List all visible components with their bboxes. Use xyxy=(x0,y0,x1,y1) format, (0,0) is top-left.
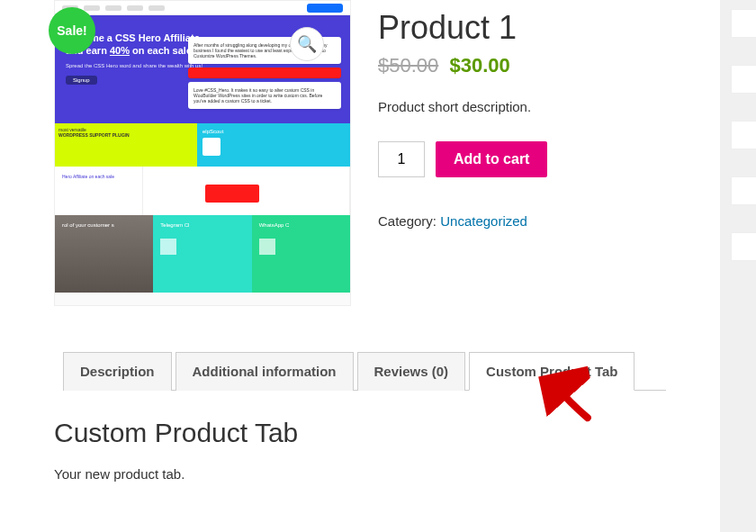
mock-yellowgreen: most versatile WORDPRESS SUPPORT PLUGIN xyxy=(55,123,197,167)
mock-row3: Hero Affiliate on each sale xyxy=(55,167,350,215)
tab-reviews[interactable]: Reviews (0) xyxy=(357,352,466,391)
mock-row4: rol of your customer s Telegram Cl Whats… xyxy=(55,215,350,293)
product-title: Product 1 xyxy=(378,9,666,47)
sale-badge: Sale! xyxy=(49,7,95,54)
category-link[interactable]: Uncategorized xyxy=(440,213,527,229)
product-summary: Product 1 $50.00 $30.00 Product short de… xyxy=(378,0,666,315)
mock-wa: WhatsApp C xyxy=(259,222,290,228)
short-description: Product short description. xyxy=(378,99,666,114)
tab-description[interactable]: Description xyxy=(63,352,172,391)
product-meta: Category: Uncategorized xyxy=(378,213,666,229)
old-price: $50.00 xyxy=(378,54,438,77)
mock-tg: Telegram Cl xyxy=(160,222,189,228)
product-row: Sale! 🔍 Become a CSS Hero Affiliate and … xyxy=(54,0,666,315)
zoom-icon[interactable]: 🔍 xyxy=(290,27,324,61)
tab-additional-information[interactable]: Additional information xyxy=(176,352,354,391)
mock-gr: rol of your customer s xyxy=(62,222,114,228)
product-image-wrap: Sale! 🔍 Become a CSS Hero Affiliate and … xyxy=(54,0,351,315)
mock-cyan: elpScout xyxy=(197,123,350,167)
mock-hs: elpScout xyxy=(202,129,223,134)
product-price: $50.00 $30.00 xyxy=(378,54,666,77)
mock-hero-line2b: 40% xyxy=(110,45,130,56)
quantity-stepper[interactable] xyxy=(378,141,425,177)
sale-price: $30.00 xyxy=(449,54,509,77)
sidebar-handles xyxy=(731,9,756,288)
mock-aff: Hero Affiliate on each sale xyxy=(55,167,142,186)
category-label: Category: xyxy=(378,213,436,229)
tab-content-body: Your new product tab. xyxy=(54,466,666,482)
mock-header xyxy=(55,1,350,15)
add-to-cart-form: Add to cart xyxy=(378,141,666,177)
mock-row2: most versatile WORDPRESS SUPPORT PLUGIN … xyxy=(55,123,350,167)
mock-wp2: WORDPRESS SUPPORT PLUGIN xyxy=(58,132,130,138)
add-to-cart-button[interactable]: Add to cart xyxy=(436,141,547,177)
mock-hero-line2c: on each sale xyxy=(130,45,192,56)
mock-hero-btn: Signup xyxy=(66,76,97,85)
mock-card: Love #CSS_Hero. It makes it so easy to a… xyxy=(188,82,341,109)
mock-card-red xyxy=(188,68,341,78)
